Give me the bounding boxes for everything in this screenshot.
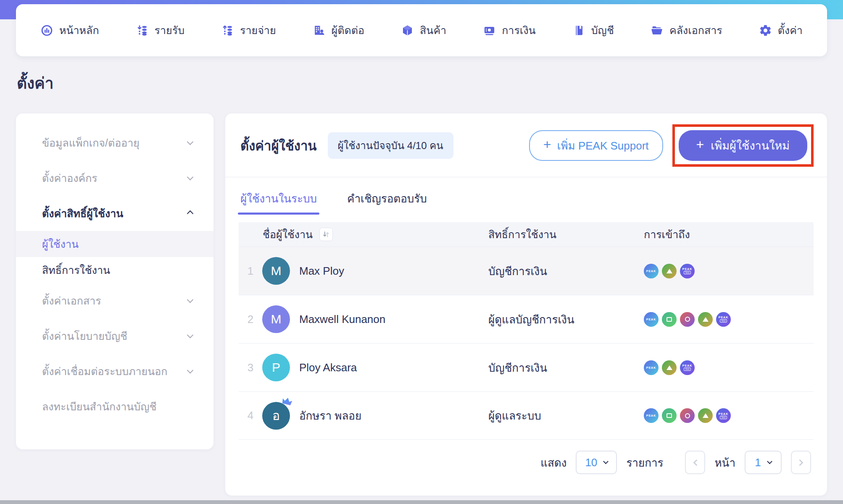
row-number: 3 — [239, 361, 262, 374]
nav-item-contacts[interactable]: ผู้ติดต่อ — [313, 22, 364, 39]
chevron-left-icon — [693, 459, 700, 466]
page-size-value: 10 — [585, 456, 597, 469]
panel-title: ตั้งค่าผู้ใช้งาน — [240, 135, 317, 156]
user-role: ผู้ดูแลบัญชีการเงิน — [488, 311, 644, 328]
sidebar-item-external-integrations[interactable]: ตั้งค่าเชื่อมต่อระบบภายนอก — [16, 354, 213, 389]
user-name: Max Ploy — [299, 265, 488, 278]
tax-app-icon: PEAKTAX — [680, 360, 695, 375]
income-icon — [136, 24, 149, 37]
payroll-app-icon — [662, 312, 677, 327]
add-new-user-button[interactable]: เพิ่มผู้ใช้งานใหม่ — [679, 130, 807, 161]
board-app-icon — [680, 312, 695, 327]
sidebar-item-accounting-firm-register[interactable]: ลงทะเบียนสำนักงานบัญชี — [16, 389, 213, 424]
peak-app-icon: PEAK — [644, 312, 659, 327]
sidebar-item-documents-settings[interactable]: ตั้งค่าเอกสาร — [16, 283, 213, 318]
row-number: 4 — [239, 409, 262, 422]
column-header-role: สิทธิ์การใช้งาน — [488, 226, 644, 243]
cube-icon — [401, 24, 414, 37]
access-icons: PEAKPEAKTAX — [644, 360, 814, 375]
page-label: หน้า — [714, 454, 735, 471]
crown-icon — [279, 394, 295, 409]
bottom-edge-strip — [0, 500, 843, 504]
avatar: M — [262, 305, 290, 333]
top-navigation: หน้าหลัก รายรับ รายจ่าย ผู้ติดต่อ สินค้า… — [16, 4, 827, 56]
sort-arrows-icon — [321, 230, 331, 239]
sidebar-item-label: ตั้งค่าสิทธิ์ผู้ใช้งาน — [42, 205, 123, 222]
asset-app-icon — [662, 360, 677, 375]
table-row[interactable]: 3 P Ploy Aksara บัญชีการเงิน PEAKPEAKTAX — [239, 343, 814, 391]
nav-item-home[interactable]: หน้าหลัก — [40, 22, 99, 39]
nav-item-settings[interactable]: ตั้งค่า — [759, 22, 803, 39]
avatar: อ — [262, 402, 290, 430]
sidebar-item-label: ลงทะเบียนสำนักงานบัญชี — [42, 398, 157, 415]
button-label: เพิ่มผู้ใช้งานใหม่ — [711, 136, 790, 155]
table-row[interactable]: 1 M Max Ploy บัญชีการเงิน PEAKPEAKTAX — [239, 247, 814, 295]
chevron-down-icon — [187, 296, 194, 303]
peak-app-icon: PEAK — [644, 264, 659, 278]
user-role: บัญชีการเงิน — [488, 262, 644, 280]
sidebar-item-label: ตั้งค่าเชื่อมต่อระบบภายนอก — [42, 363, 167, 380]
sidebar-item-organization[interactable]: ตั้งค่าองค์กร — [16, 160, 213, 196]
asset-app-icon — [698, 408, 713, 423]
chevron-right-icon — [796, 459, 803, 466]
nav-item-products[interactable]: สินค้า — [401, 22, 446, 39]
sidebar-item-label: ตั้งค่าองค์กร — [42, 170, 97, 186]
add-peak-support-button[interactable]: เพิ่ม PEAK Support — [529, 130, 663, 161]
page-size-select[interactable]: 10 — [576, 451, 617, 474]
user-name: Maxwell Kunanon — [299, 313, 488, 326]
nav-item-income[interactable]: รายรับ — [136, 22, 184, 39]
pagination: แสดง 10 รายการ หน้า 1 — [241, 451, 811, 474]
nav-item-finance[interactable]: การเงิน — [483, 22, 535, 39]
plus-icon — [543, 139, 551, 152]
show-label: แสดง — [540, 454, 566, 471]
current-users-badge: ผู้ใช้งานปัจจุบัน 4/10 คน — [328, 132, 453, 159]
nav-label: ตั้งค่า — [778, 22, 803, 39]
asset-app-icon — [662, 264, 677, 278]
avatar: P — [262, 354, 290, 381]
previous-page-button[interactable] — [685, 451, 705, 474]
sidebar-item-label: ตั้งค่านโยบายบัญชี — [42, 328, 127, 344]
settings-sidebar: ข้อมูลแพ็กเกจ/ต่ออายุ ตั้งค่าองค์กร ตั้ง… — [16, 113, 213, 449]
sidebar-item-label: ผู้ใช้งาน — [42, 236, 79, 252]
access-icons: PEAKPEAKTAX — [644, 408, 814, 423]
column-header-name: ชื่อผู้ใช้งาน — [263, 226, 313, 243]
next-page-button[interactable] — [791, 451, 811, 474]
payroll-app-icon — [662, 408, 677, 423]
sidebar-item-package[interactable]: ข้อมูลแพ็กเกจ/ต่ออายุ — [16, 125, 213, 160]
sidebar-item-label: ตั้งค่าเอกสาร — [42, 292, 101, 309]
tax-app-icon: PEAKTAX — [716, 312, 731, 327]
nav-item-accounting[interactable]: บัญชี — [572, 22, 614, 39]
peak-app-icon: PEAK — [644, 360, 659, 375]
nav-label: การเงิน — [502, 22, 535, 39]
chevron-down-icon — [187, 331, 194, 338]
peak-app-icon: PEAK — [644, 408, 659, 423]
dashboard-icon — [40, 24, 53, 37]
highlight-annotation-box: เพิ่มผู้ใช้งานใหม่ — [672, 124, 814, 167]
sidebar-item-label: ข้อมูลแพ็กเกจ/ต่ออายุ — [42, 134, 140, 151]
table-row[interactable]: 2 M Maxwell Kunanon ผู้ดูแลบัญชีการเงิน … — [239, 295, 814, 343]
sidebar-item-usage-rights[interactable]: สิทธิ์การใช้งาน — [16, 257, 213, 283]
user-role: บัญชีการเงิน — [488, 359, 644, 376]
user-role: ผู้ดูแลระบบ — [488, 407, 644, 424]
folder-icon — [651, 24, 664, 37]
row-number: 1 — [239, 265, 262, 278]
gear-icon — [759, 24, 772, 37]
sidebar-item-users[interactable]: ผู้ใช้งาน — [16, 231, 213, 257]
chevron-down-icon — [603, 459, 609, 464]
page-number-value: 1 — [755, 456, 761, 469]
tab-pending-invitations[interactable]: คำเชิญรอตอบรับ — [347, 190, 427, 215]
user-name: Ploy Aksara — [299, 361, 488, 374]
nav-label: คลังเอกสาร — [669, 22, 722, 39]
banknote-icon — [483, 24, 496, 37]
nav-item-expense[interactable]: รายจ่าย — [221, 22, 276, 39]
user-settings-panel: ตั้งค่าผู้ใช้งาน ผู้ใช้งานปัจจุบัน 4/10 … — [225, 113, 827, 496]
sidebar-item-user-permissions[interactable]: ตั้งค่าสิทธิ์ผู้ใช้งาน — [16, 196, 213, 231]
tab-users-in-system[interactable]: ผู้ใช้งานในระบบ — [240, 190, 317, 215]
sidebar-item-accounting-policy[interactable]: ตั้งค่านโยบายบัญชี — [16, 318, 213, 354]
page-number-select[interactable]: 1 — [745, 451, 782, 474]
nav-item-documents[interactable]: คลังเอกสาร — [651, 22, 722, 39]
chevron-down-icon — [187, 367, 194, 373]
sort-button[interactable] — [319, 228, 333, 241]
table-row[interactable]: 4 อ อักษรา พลอย ผู้ดูแลระบบ PEAKPEAKTAX — [239, 391, 814, 440]
chevron-down-icon — [767, 459, 772, 464]
